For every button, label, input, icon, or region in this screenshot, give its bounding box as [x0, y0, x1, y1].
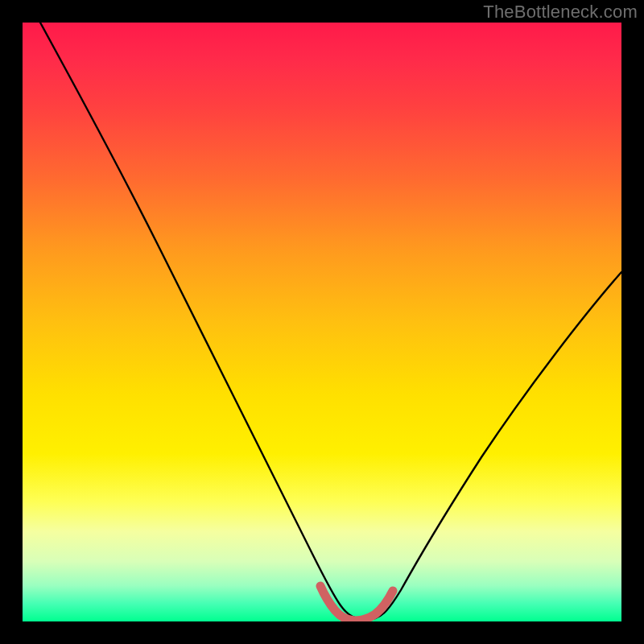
chart-container: TheBottleneck.com: [0, 0, 644, 644]
curve-layer: [23, 23, 621, 621]
plot-area: [23, 23, 621, 621]
watermark-label: TheBottleneck.com: [483, 2, 638, 23]
bottleneck-curve: [40, 23, 621, 620]
